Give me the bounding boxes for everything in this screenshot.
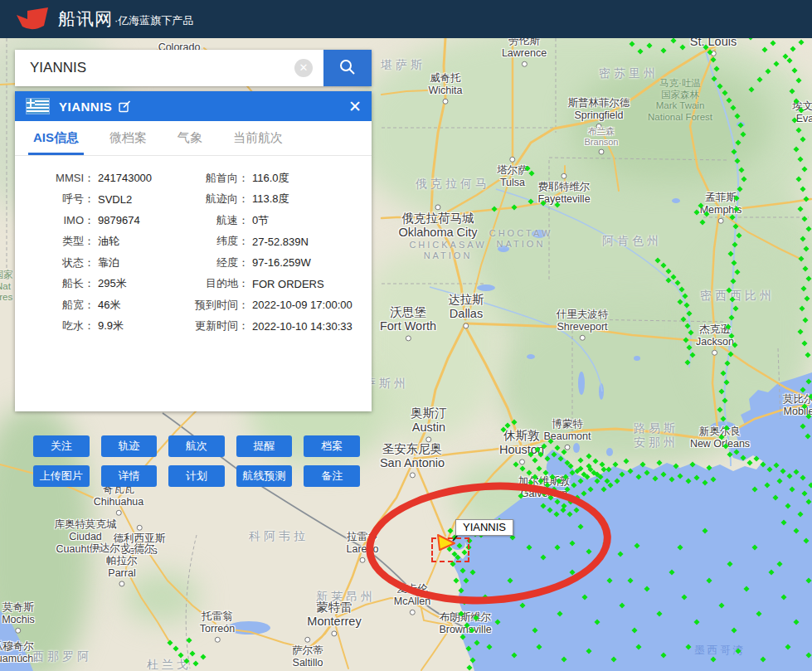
top-bar: 船讯网 ·亿海蓝旗下产品 [0, 0, 812, 38]
field-row: 吃水：9.9米 [15, 316, 177, 338]
action-button-详情[interactable]: 详情 [101, 465, 158, 487]
search-bar: ✕ [15, 50, 372, 86]
field-value: 靠泊 [98, 255, 119, 270]
field-value: 241743000 [98, 172, 152, 184]
field-row: 船首向：116.0度 [177, 168, 363, 189]
field-value: 9.9米 [98, 318, 124, 333]
field-label: 船长： [15, 276, 95, 291]
tab-当前航次[interactable]: 当前航次 [233, 121, 283, 155]
field-row: IMO：9879674 [15, 210, 177, 231]
clear-icon[interactable]: ✕ [294, 59, 313, 77]
action-buttons-row1: 关注轨迹航次提醒档案 [33, 435, 360, 457]
field-label: 船首向： [177, 171, 249, 186]
field-label: 经度： [177, 255, 249, 270]
field-value: 97-16.259W [252, 256, 311, 269]
field-label: 吃水： [15, 318, 95, 333]
brand-subtitle: ·亿海蓝旗下产品 [114, 10, 193, 28]
field-value: 295米 [98, 276, 127, 291]
field-label: 呼号： [15, 192, 95, 207]
action-button-关注[interactable]: 关注 [33, 435, 90, 457]
field-value: 46米 [98, 298, 120, 313]
field-label: MMSI： [15, 171, 95, 186]
action-buttons-row2: 上传图片详情计划航线预测备注 [33, 465, 360, 487]
vessel-info-panel: YIANNIS ✕ AIS信息微档案气象当前航次 MMSI：241743000呼… [15, 91, 372, 411]
field-label: 航速： [177, 213, 249, 228]
action-button-计划[interactable]: 计划 [168, 465, 225, 487]
field-row: 航速：0节 [177, 210, 363, 231]
ais-fields: MMSI：241743000呼号：SVDL2IMO：9879674类型：油轮状态… [15, 156, 372, 337]
field-value: 油轮 [98, 234, 119, 249]
action-button-上传图片[interactable]: 上传图片 [33, 465, 90, 487]
field-label: 类型： [15, 234, 95, 249]
field-row: MMSI：241743000 [15, 168, 177, 189]
field-label: 目的地： [177, 276, 249, 291]
field-row: 航迹向：113.8度 [177, 189, 363, 211]
field-row: 类型：油轮 [15, 231, 177, 253]
field-row: 经度：97-16.259W [177, 252, 363, 274]
field-value: 116.0度 [252, 171, 289, 186]
field-value: SVDL2 [98, 193, 132, 206]
field-row: 更新时间：2022-10-10 14:30:33 [177, 316, 363, 338]
field-value: 2022-10-09 17:00:00 [252, 299, 353, 311]
panel-close-icon[interactable]: ✕ [348, 99, 362, 114]
field-row: 纬度：27-52.839N [177, 231, 363, 253]
tab-微档案[interactable]: 微档案 [109, 121, 147, 155]
field-label: 状态： [15, 255, 95, 270]
panel-header: YIANNIS ✕ [15, 91, 372, 121]
greece-flag-icon [27, 99, 49, 114]
panel-tabs: AIS信息微档案气象当前航次 [15, 121, 372, 156]
rivers [430, 45, 738, 466]
field-label: 预到时间： [177, 298, 249, 313]
action-button-提醒[interactable]: 提醒 [236, 435, 293, 457]
field-label: 船宽： [15, 298, 95, 313]
tab-气象[interactable]: 气象 [177, 121, 202, 155]
action-button-档案[interactable]: 档案 [304, 435, 360, 457]
field-row: 预到时间：2022-10-09 17:00:00 [177, 294, 363, 316]
vessel-triangle-icon [438, 535, 455, 550]
action-button-备注[interactable]: 备注 [304, 465, 360, 487]
field-row: 状态：靠泊 [15, 252, 177, 274]
vessel-title: YIANNIS [59, 100, 112, 114]
edit-icon[interactable] [119, 100, 131, 113]
field-label: 更新时间： [177, 318, 249, 333]
shipxy-logo-icon[interactable] [15, 7, 50, 32]
action-button-航次[interactable]: 航次 [168, 435, 225, 457]
search-icon [338, 57, 357, 77]
search-button[interactable] [323, 50, 372, 86]
field-value: 27-52.839N [252, 236, 309, 248]
field-value: 113.8度 [252, 192, 289, 207]
field-value: FOR ORDERS [252, 278, 324, 290]
search-input[interactable] [15, 50, 290, 86]
action-button-轨迹[interactable]: 轨迹 [101, 435, 158, 457]
brand-title: 船讯网 [58, 7, 113, 31]
action-button-航线预测[interactable]: 航线预测 [236, 465, 293, 487]
field-label: IMO： [15, 213, 95, 228]
field-value: 0节 [252, 213, 269, 228]
field-row: 船长：295米 [15, 274, 177, 295]
vessel-name-tooltip: YIANNIS [455, 519, 513, 536]
field-value: 2022-10-10 14:30:33 [252, 320, 353, 333]
field-row: 船宽：46米 [15, 294, 177, 316]
field-row: 目的地：FOR ORDERS [177, 274, 363, 295]
tab-AIS信息[interactable]: AIS信息 [33, 121, 79, 155]
field-row: 呼号：SVDL2 [15, 189, 177, 211]
field-value: 9879674 [98, 214, 140, 226]
field-label: 纬度： [177, 234, 249, 249]
field-label: 航迹向： [177, 192, 249, 207]
